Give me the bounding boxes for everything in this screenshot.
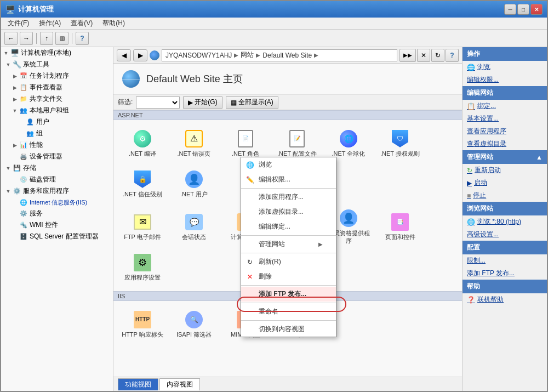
addr-seg3[interactable]: Default Web Site bbox=[262, 52, 312, 59]
right-action-limit[interactable]: 限制... bbox=[463, 254, 547, 267]
ctx-rename[interactable]: 重命名 bbox=[241, 304, 336, 319]
tree-item-performance[interactable]: ▶ 📊 性能 bbox=[1, 139, 113, 151]
tree-item-services-apps[interactable]: ▼ ⚙️ 服务和应用程序 bbox=[1, 185, 113, 197]
right-action-stop[interactable]: ■ 停止 bbox=[463, 189, 547, 202]
addr-help-button[interactable]: ? bbox=[446, 49, 459, 62]
delete-ctx-icon: ✕ bbox=[246, 272, 254, 281]
right-action-basic-settings[interactable]: 基本设置... bbox=[463, 112, 547, 125]
addr-forward-button[interactable]: ▶ bbox=[133, 49, 147, 61]
grid-icon-net-user[interactable]: 👤 .NET 用户 bbox=[169, 165, 219, 203]
tree-item-services[interactable]: ⚙️ 服务 bbox=[1, 208, 113, 219]
tree-item-wmi[interactable]: 🔩 WMI 控件 bbox=[1, 219, 113, 231]
addr-back-button[interactable]: ◀ bbox=[117, 49, 131, 61]
tree-item-sql[interactable]: 🗄️ SQL Server 配置管理器 bbox=[1, 231, 113, 242]
ctx-switch-content[interactable]: 切换到内容视图 bbox=[241, 322, 336, 337]
bind-label: 绑定... bbox=[477, 101, 496, 111]
grid-icon-net-trust[interactable]: 🔒 .NET 信任级别 bbox=[118, 165, 167, 203]
ctx-edit-bind[interactable]: 编辑绑定... bbox=[241, 219, 336, 234]
toolbar-separator2 bbox=[72, 33, 72, 44]
tree-item-users[interactable]: 👤 用户 bbox=[1, 116, 113, 128]
mail-label: FTP 电子邮件 bbox=[124, 233, 161, 241]
grid-icon-appconfig[interactable]: ⚙ 应用程序设置 bbox=[118, 248, 167, 287]
addr-seg1[interactable]: JYQANSODW7Y1AHJ bbox=[165, 52, 232, 59]
ctx-add-app[interactable]: 添加应用程序... bbox=[241, 190, 336, 204]
filter-start-button[interactable]: ▶ 开始(G) bbox=[183, 96, 222, 109]
tree-label-storage: 存储 bbox=[23, 163, 36, 173]
ctx-edit-perm[interactable]: ✏️ 编辑权限... bbox=[241, 172, 336, 187]
filter-show-all-button[interactable]: ▦ 全部显示(A) bbox=[226, 96, 278, 109]
addr-stop-button[interactable]: ✕ bbox=[417, 49, 430, 62]
grid-icon-net-error[interactable]: ⚠ .NET 错误页 bbox=[169, 124, 219, 163]
isapi-label: ISAPI 筛选器 bbox=[176, 331, 212, 338]
right-action-browse80[interactable]: 🌐 浏览 *:80 (http) bbox=[463, 215, 547, 228]
services-icon: ⚙️ bbox=[13, 187, 21, 196]
ctx-manage-site[interactable]: 管理网站 ▶ bbox=[241, 237, 336, 252]
tree-item-computer[interactable]: ▼ 🖥️ 计算机管理(本地) bbox=[1, 47, 113, 59]
menu-action[interactable]: 操作(A) bbox=[35, 18, 65, 29]
grid-icon-mail[interactable]: ✉ FTP 电子邮件 bbox=[118, 208, 167, 246]
show-all-icon: ▦ bbox=[231, 99, 237, 106]
tree-item-event-viewer[interactable]: ▶ 📋 事件查看器 bbox=[1, 82, 113, 93]
right-action-adv-settings[interactable]: 高级设置... bbox=[463, 228, 547, 241]
tree-item-local-users[interactable]: ▼ 👥 本地用户和组 bbox=[1, 105, 113, 116]
addr-seg2[interactable]: 网站 bbox=[241, 50, 254, 60]
show-hide-button[interactable]: ▥ bbox=[55, 32, 68, 45]
filter-select[interactable] bbox=[136, 96, 180, 109]
stop-icon: ■ bbox=[467, 192, 471, 200]
ctx-add-vdir[interactable]: 添加虚拟目录... bbox=[241, 204, 336, 219]
ctx-refresh[interactable]: ↻ 刷新(R) bbox=[241, 254, 336, 269]
addr-arrow1: ▶ bbox=[234, 52, 238, 58]
right-action-view-vdir[interactable]: 查看虚拟目录 bbox=[463, 138, 547, 150]
right-action-restart[interactable]: ↻ 重新启动 bbox=[463, 164, 547, 177]
ctx-browse[interactable]: 🌐 浏览 bbox=[241, 157, 336, 172]
addr-go-button[interactable]: ▶▶ bbox=[399, 49, 416, 62]
tree-item-iis[interactable]: 🌐 Internet 信息服务(IIS) bbox=[1, 197, 113, 208]
grid-icon-isapi[interactable]: 🔍 ISAPI 筛选器 bbox=[169, 305, 219, 344]
menu-help[interactable]: 帮助(H) bbox=[98, 18, 129, 29]
right-action-online-help[interactable]: ❓ 联机帮助 bbox=[463, 293, 547, 306]
close-button[interactable]: ✕ bbox=[530, 4, 543, 15]
tree-label-iis: Internet 信息服务(IIS) bbox=[30, 198, 87, 207]
back-button[interactable]: ← bbox=[4, 32, 18, 45]
up-button[interactable]: ↑ bbox=[40, 32, 53, 45]
appconfig-icon: ⚙ bbox=[134, 254, 151, 271]
grid-icon-pages[interactable]: 📑 页面和控件 bbox=[375, 208, 425, 246]
menu-view[interactable]: 查看(V) bbox=[66, 18, 97, 29]
tree-item-disk-mgmt[interactable]: 💿 磁盘管理 bbox=[1, 174, 113, 185]
grid-icon-net-compile[interactable]: ⚙ .NET 编译 bbox=[118, 124, 167, 163]
tree-label-groups: 组 bbox=[36, 129, 43, 138]
right-action-view-app[interactable]: 查看应用程序 bbox=[463, 125, 547, 138]
tree-item-groups[interactable]: 👥 组 bbox=[1, 128, 113, 139]
tree-item-system-tools[interactable]: ▼ 🔧 系统工具 bbox=[1, 59, 113, 70]
right-action-edit-perm[interactable]: 编辑权限... bbox=[463, 73, 547, 86]
help-toolbar-button[interactable]: ? bbox=[76, 32, 89, 45]
maximize-button[interactable]: □ bbox=[517, 4, 529, 15]
tree-item-shared-folder[interactable]: ▶ 📁 共享文件夹 bbox=[1, 93, 113, 105]
right-section-header-help: 帮助 bbox=[463, 280, 547, 293]
ctx-delete[interactable]: ✕ 删除 bbox=[241, 269, 336, 284]
right-action-start[interactable]: ▶ 启动 bbox=[463, 177, 547, 189]
forward-button[interactable]: → bbox=[20, 32, 33, 45]
tab-content-view[interactable]: 内容视图 bbox=[159, 378, 200, 390]
tree-item-storage[interactable]: ▼ 💾 存储 bbox=[1, 162, 113, 174]
shared-folder-icon: 📁 bbox=[19, 95, 28, 104]
menu-file[interactable]: 文件(F) bbox=[3, 18, 33, 29]
tree-item-device-manager[interactable]: 🖨️ 设备管理器 bbox=[1, 151, 113, 162]
right-action-ftp-pub[interactable]: 添加 FTP 发布... bbox=[463, 267, 547, 280]
right-section-config: 配置 限制... 添加 FTP 发布... bbox=[463, 241, 547, 280]
bottom-bar: 功能视图 内容视图 bbox=[113, 377, 462, 391]
tree-item-task-scheduler[interactable]: ▶ 📅 任务计划程序 bbox=[1, 70, 113, 82]
title-bar-left: 🖥️ 计算机管理 bbox=[5, 4, 54, 14]
collapse-icon[interactable]: ▲ bbox=[536, 154, 543, 161]
tree-arrow-storage: ▼ bbox=[5, 166, 11, 171]
tree-label-event: 事件查看器 bbox=[30, 83, 62, 92]
addr-refresh-button[interactable]: ↻ bbox=[431, 49, 444, 62]
grid-icon-net-auth[interactable]: 🛡 .NET 授权规则 bbox=[375, 124, 425, 163]
grid-icon-session[interactable]: 💬 会话状态 bbox=[169, 208, 219, 246]
right-action-browse[interactable]: 🌐 浏览 bbox=[463, 61, 547, 73]
ctx-add-ftp[interactable]: 添加 FTP 发布... bbox=[241, 287, 336, 302]
right-action-bind[interactable]: 📋 绑定... bbox=[463, 100, 547, 112]
grid-icon-http-resp[interactable]: HTTP HTTP 响应标头 bbox=[118, 305, 167, 344]
tab-feature-view[interactable]: 功能视图 bbox=[118, 378, 158, 390]
minimize-button[interactable]: ─ bbox=[504, 4, 516, 15]
